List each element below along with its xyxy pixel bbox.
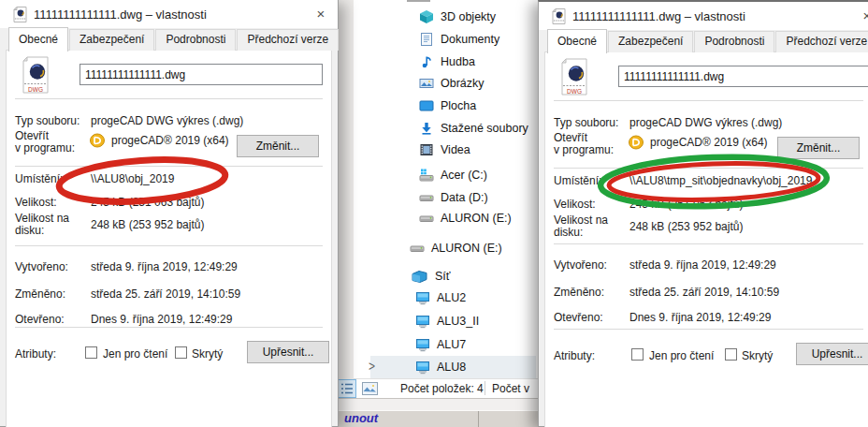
separator <box>15 98 323 99</box>
item-label: Data (D:) <box>441 191 488 204</box>
explorer-item-videos[interactable]: Videa <box>419 139 470 161</box>
item-label: ALU7 <box>437 338 466 351</box>
partial-link-text[interactable]: unout <box>344 411 378 425</box>
accessed-label: Otevřeno: <box>554 311 603 324</box>
explorer-item-music[interactable]: Hudba <box>419 51 475 73</box>
hidden-label: Skrytý <box>192 347 223 361</box>
tab-security[interactable]: Zabezpečení <box>608 31 693 52</box>
item-label: Obrázky <box>441 77 485 90</box>
close-button[interactable]: × <box>311 5 330 23</box>
change-button[interactable]: Změnit... <box>237 135 319 157</box>
explorer-item-alu8[interactable]: ALU8 <box>415 356 466 378</box>
tab-security[interactable]: Zabezpečení <box>69 29 154 51</box>
tab-general[interactable]: Obecné <box>8 27 68 52</box>
chevron-right-icon[interactable]: > <box>369 359 375 374</box>
details-view-icon <box>338 379 356 398</box>
accessed-value: Dnes 9. října 2019, 12:49:29 <box>629 311 771 324</box>
size-on-disk-value: 248 kB (253 952 bajtů) <box>91 218 204 231</box>
change-button[interactable]: Změnit... <box>777 137 860 159</box>
explorer-item-alu2[interactable]: ALU2 <box>415 287 466 309</box>
desktop-icon <box>419 98 434 113</box>
dialog-title: 11111111111111.dwg – vlastnosti <box>572 9 745 23</box>
computer-icon <box>415 314 430 329</box>
advanced-button[interactable]: Upřesnit... <box>247 341 329 363</box>
thumbnail-view-toggle-button[interactable] <box>362 382 378 399</box>
tab-general[interactable]: Obecné <box>547 29 607 53</box>
filename-input[interactable] <box>618 66 868 87</box>
dialog-title: 11111111111111.dwg – vlastnosti <box>34 7 207 22</box>
status-bar-divider <box>485 381 485 395</box>
explorer-item-desktop[interactable]: Plocha <box>419 95 476 117</box>
tab-page-general: DWG Typ souboru: progeCAD DWG výkres (.d… <box>544 52 868 427</box>
status-selected-count-partial: Počet v <box>492 382 529 395</box>
readonly-checkbox[interactable] <box>85 346 97 359</box>
size-value: 245 kB (251 063 bajtů) <box>629 198 743 211</box>
modified-value: středa 25. září 2019, 14:10:59 <box>629 286 779 299</box>
opens-with-row: progeCAD® 2019 (x64) <box>628 135 768 150</box>
item-label: 3D objekty <box>441 10 496 23</box>
explorer-item-documents[interactable]: Dokumenty <box>419 28 499 51</box>
explorer-item-data-d[interactable]: Data (D:) <box>419 186 488 209</box>
size-label: Velikost: <box>15 196 57 209</box>
attributes-label: Atributy: <box>554 349 595 362</box>
opens-with-value: progeCAD® 2019 (x64) <box>111 134 229 147</box>
advanced-button[interactable]: Upřesnit... <box>796 343 868 365</box>
separator <box>15 245 323 246</box>
close-button[interactable]: × <box>858 7 868 25</box>
hidden-checkbox[interactable] <box>725 348 737 361</box>
music-icon <box>419 54 434 69</box>
window-gap-strip <box>339 0 354 398</box>
hidden-label: Skrytý <box>742 349 773 362</box>
computer-icon <box>415 360 430 375</box>
downloads-icon <box>419 121 434 136</box>
location-label: Umístění: <box>554 174 601 187</box>
dialog-titlebar[interactable]: 11111111111111.dwg – vlastnosti × <box>539 2 868 30</box>
readonly-label: Jen pro čtení <box>103 347 167 361</box>
modified-value: středa 25. září 2019, 14:10:59 <box>91 287 240 301</box>
item-label: Síť <box>435 270 451 283</box>
tab-previous-versions[interactable]: Předchozí verze <box>237 29 339 51</box>
dwg-icon-label: DWG <box>567 88 582 95</box>
location-value: \\ALU8\tmp_sit\objednavky\obj_2019 <box>629 174 812 187</box>
explorer-item-network[interactable]: Síť <box>412 265 451 287</box>
item-label: Videa <box>441 143 470 156</box>
location-value: \\ALU8\obj_2019 <box>91 172 174 185</box>
properties-dialog-right: 11111111111111.dwg – vlastnosti × Obecné… <box>538 0 868 427</box>
explorer-item-aluron-e[interactable]: ALURON (E:) <box>419 207 512 229</box>
tab-details[interactable]: Podrobnosti <box>694 31 774 52</box>
explorer-item-pictures[interactable]: Obrázky <box>419 72 485 95</box>
file-type-label: Typ souboru: <box>554 116 618 129</box>
size-value: 245 kB (251 063 bajtů) <box>91 196 204 209</box>
attributes-label: Atributy: <box>15 347 56 361</box>
drive-icon <box>419 190 434 205</box>
accessed-value: Dnes 9. října 2019, 12:49:29 <box>91 313 232 326</box>
details-view-toggle-button[interactable] <box>338 379 356 402</box>
dwg-file-icon-large: DWG <box>558 58 590 99</box>
tab-strip: Obecné Zabezpečení Podrobnosti Předchozí… <box>547 31 868 55</box>
modified-label: Změněno: <box>15 287 65 301</box>
explorer-item-alu3-ii[interactable]: ALU3_II <box>415 310 479 332</box>
item-label: ALURON (E:) <box>431 242 502 255</box>
separator <box>15 327 323 328</box>
created-value: středa 9. října 2019, 12:49:29 <box>91 260 238 273</box>
explorer-item-acer-c[interactable]: Acer (C:) <box>419 164 487 186</box>
tab-details[interactable]: Podrobnosti <box>155 29 236 51</box>
readonly-checkbox[interactable] <box>631 348 644 361</box>
explorer-item-3d-objects[interactable]: 3D objekty <box>419 6 496 28</box>
explorer-item-alu7[interactable]: ALU7 <box>415 333 466 356</box>
size-on-disk-label: Velikost na <box>15 212 69 225</box>
status-item-count: Počet položek: 4 <box>400 382 484 395</box>
cutoff-item-fragment <box>407 0 430 2</box>
opens-with-label: Otevřít <box>15 129 49 142</box>
dwg-file-icon <box>13 7 27 26</box>
filename-input[interactable] <box>80 64 323 85</box>
hidden-checkbox[interactable] <box>175 346 187 359</box>
explorer-item-downloads[interactable]: Stažené soubory <box>419 117 528 140</box>
tab-previous-versions[interactable]: Předchozí verze <box>775 31 868 52</box>
properties-dialog-left: 11111111111111.dwg – vlastnosti × Obecné… <box>0 0 339 427</box>
item-label: ALU2 <box>437 291 466 304</box>
progecad-app-icon <box>628 135 644 150</box>
dialog-titlebar[interactable]: 11111111111111.dwg – vlastnosti × <box>0 0 338 28</box>
size-on-disk-label-2: disku: <box>554 226 583 239</box>
explorer-item-aluron-e-root[interactable]: ALURON (E:) <box>410 237 502 259</box>
